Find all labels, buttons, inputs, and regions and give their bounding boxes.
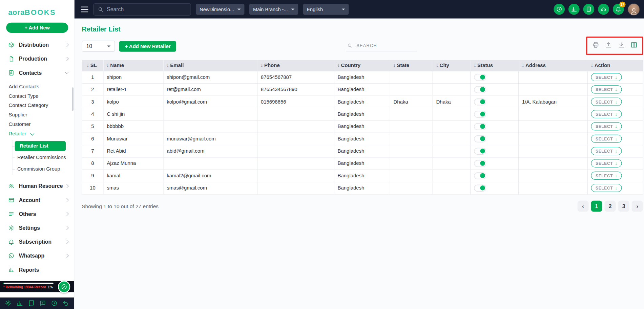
- sidebar-item-contact-category[interactable]: Contact Category: [0, 101, 74, 110]
- status-toggle[interactable]: [474, 86, 486, 93]
- sidebar-item-retailer[interactable]: Retailer: [0, 129, 74, 139]
- add-new-button[interactable]: + Add New: [6, 23, 68, 33]
- sidebar-item-add-contacts[interactable]: Add Contacts: [0, 82, 74, 91]
- sidebar-item-subscription[interactable]: Subscription: [0, 235, 74, 248]
- column-header-action[interactable]: ↓Action: [587, 60, 643, 71]
- column-header-email[interactable]: ↓Email: [163, 60, 257, 71]
- branch-dropdown[interactable]: Main Branch -...: [249, 4, 298, 15]
- sort-icon: ↓: [522, 63, 524, 68]
- table-search[interactable]: [346, 40, 417, 51]
- select-action-button[interactable]: SELECT↓: [591, 159, 622, 167]
- language-dropdown[interactable]: English: [303, 4, 349, 15]
- select-action-button[interactable]: SELECT↓: [591, 73, 622, 81]
- column-header-phone[interactable]: ↓Phone: [257, 60, 334, 71]
- calculator-button[interactable]: [583, 4, 595, 15]
- sidebar-item-production[interactable]: Production: [0, 52, 74, 66]
- column-header-name[interactable]: ↓Name: [103, 60, 163, 71]
- add-new-retailer-button[interactable]: + Add New Retailer: [119, 41, 176, 52]
- footer-support-button[interactable]: [39, 300, 46, 306]
- user-avatar[interactable]: [628, 3, 640, 15]
- select-action-button[interactable]: SELECT↓: [591, 172, 622, 180]
- footer-settings-button[interactable]: [5, 300, 12, 306]
- company-dropdown[interactable]: NewDimensio...: [196, 4, 244, 15]
- sidebar-item-whatsapp[interactable]: Whatsapp: [0, 249, 74, 263]
- column-header-city[interactable]: ↓City: [433, 60, 471, 71]
- cell-city: Dhaka: [433, 95, 471, 108]
- cell-action: SELECT↓: [587, 108, 643, 120]
- columns-icon[interactable]: [630, 41, 638, 48]
- sidebar-item-human-resource[interactable]: Human Resource: [0, 179, 74, 193]
- history-button[interactable]: [554, 4, 565, 15]
- column-header-status[interactable]: ↓Status: [471, 60, 519, 71]
- footer-reports-button[interactable]: [16, 300, 23, 306]
- cell-country: Bangladesh: [334, 145, 390, 157]
- cell-email: [163, 120, 257, 132]
- global-search-input[interactable]: [107, 6, 186, 12]
- select-action-button[interactable]: SELECT↓: [591, 110, 622, 118]
- status-toggle[interactable]: [474, 123, 486, 130]
- sidebar-item-supplier[interactable]: Supplier: [0, 110, 74, 120]
- brand-logo[interactable]: aoraBOOKS: [0, 0, 74, 17]
- print-icon[interactable]: [592, 41, 599, 48]
- human-resource-icon: [8, 183, 14, 189]
- download-icon[interactable]: [618, 41, 625, 48]
- status-toggle[interactable]: [474, 148, 486, 155]
- select-action-button[interactable]: SELECT↓: [591, 122, 622, 130]
- footer-history-button[interactable]: [51, 300, 57, 306]
- footer-undo-button[interactable]: [62, 300, 69, 306]
- brand-badge-button[interactable]: [58, 281, 70, 293]
- notifications-button[interactable]: 17: [613, 4, 624, 15]
- sidebar-item-others[interactable]: Others: [0, 207, 74, 221]
- global-search[interactable]: [93, 3, 191, 15]
- status-toggle[interactable]: [474, 98, 486, 105]
- status-toggle[interactable]: [474, 184, 486, 192]
- status-toggle[interactable]: [474, 135, 486, 142]
- sidebar-item-retailer-list[interactable]: Retailer List: [12, 140, 74, 152]
- sidebar-item-reports[interactable]: Reports: [0, 263, 74, 277]
- hamburger-menu-icon[interactable]: [81, 6, 88, 12]
- sort-icon: ↓: [474, 63, 476, 68]
- status-toggle[interactable]: [474, 111, 486, 118]
- chevron-right-icon: [65, 43, 69, 47]
- page-size-select[interactable]: 10: [82, 41, 115, 52]
- pagination-page-2[interactable]: 2: [605, 200, 616, 212]
- select-action-button[interactable]: SELECT↓: [591, 184, 622, 192]
- select-action-button[interactable]: SELECT↓: [591, 135, 622, 143]
- export-icon[interactable]: [605, 41, 612, 48]
- table-row: 3kolpokolpo@gmail.com015698656Bangladesh…: [82, 95, 643, 108]
- sidebar-scrollbar[interactable]: [72, 87, 74, 111]
- status-toggle[interactable]: [474, 172, 486, 179]
- table-row: 6Munawarmunawar@gmail.comBangladeshSELEC…: [82, 133, 643, 145]
- sort-icon: ↓: [436, 63, 438, 68]
- cell-email: munawar@gmail.com: [163, 133, 257, 145]
- pagination-prev[interactable]: ‹: [578, 200, 589, 212]
- status-toggle[interactable]: [474, 160, 486, 167]
- sidebar-item-retailer-commissions[interactable]: Retailer Commissions: [12, 152, 74, 163]
- sidebar-item-account[interactable]: Account: [0, 193, 74, 207]
- footer-ledger-button[interactable]: [28, 300, 34, 306]
- support-button[interactable]: [598, 4, 609, 15]
- select-caret-icon: ↓: [615, 185, 617, 191]
- sidebar-item-settings[interactable]: Settings: [0, 221, 74, 235]
- sidebar-item-commission-group[interactable]: Commission Group: [12, 163, 74, 175]
- pagination-next[interactable]: ›: [632, 200, 643, 212]
- settings-icon: [8, 225, 14, 231]
- pagination-page-1[interactable]: 1: [591, 200, 602, 212]
- column-header-country[interactable]: ↓Country: [334, 60, 390, 71]
- column-header-sl[interactable]: ↓SL: [82, 60, 103, 71]
- sidebar-item-contacts[interactable]: Contacts: [0, 66, 74, 80]
- column-header-state[interactable]: ↓State: [390, 60, 433, 71]
- select-action-button[interactable]: SELECT↓: [591, 147, 622, 155]
- column-header-address[interactable]: ↓Address: [519, 60, 588, 71]
- table-search-input[interactable]: [356, 43, 416, 48]
- select-action-button[interactable]: SELECT↓: [591, 98, 622, 106]
- analytics-button[interactable]: [568, 4, 580, 15]
- sidebar-item-customer[interactable]: Customer: [0, 120, 74, 129]
- status-toggle[interactable]: [474, 74, 486, 81]
- select-action-button[interactable]: SELECT↓: [591, 85, 622, 93]
- sidebar-item-contact-type[interactable]: Contact Type: [0, 91, 74, 101]
- sidebar-item-distribution[interactable]: Distribution: [0, 38, 74, 52]
- cell-name: shipon: [103, 71, 163, 83]
- pagination-page-3[interactable]: 3: [618, 200, 629, 212]
- chat-icon: [39, 300, 46, 306]
